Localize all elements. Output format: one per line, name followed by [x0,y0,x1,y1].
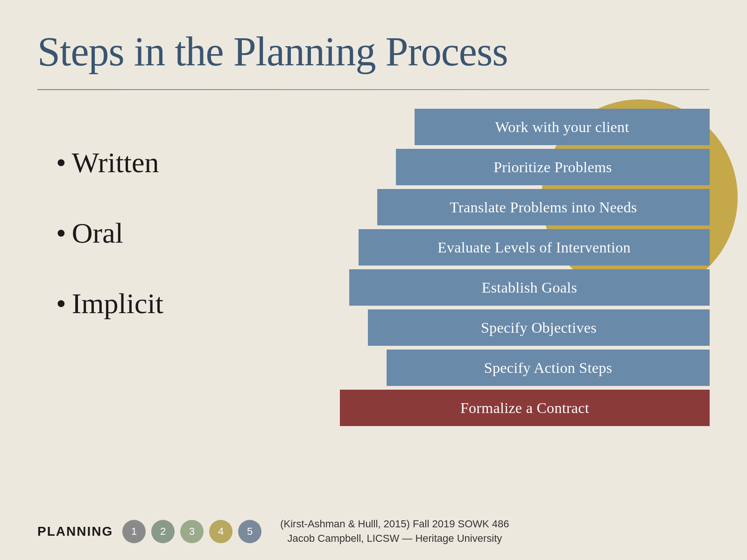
footer: PLANNING 1 2 3 4 5 (Kirst-Ashman & Hulll… [37,517,710,546]
dot-2[interactable]: 2 [151,520,175,543]
dot-4[interactable]: 4 [209,520,233,543]
dot-5[interactable]: 5 [238,520,261,543]
step-formalize-contract: Formalize a Contract [340,390,710,426]
step-prioritize-problems: Prioritize Problems [396,149,710,185]
bullet-implicit: Implicit [56,287,340,320]
step-evaluate-levels: Evaluate Levels of Intervention [359,229,710,266]
main-content: Written Oral Implicit Work with your cli… [37,109,710,473]
step-specify-action-steps: Specify Action Steps [387,350,710,386]
divider [37,89,710,90]
step-establish-goals: Establish Goals [349,269,710,306]
right-panel: Work with your client Prioritize Problem… [340,109,710,473]
step-specify-objectives: Specify Objectives [368,309,710,346]
page-dots: 1 2 3 4 5 [122,520,261,543]
dot-1[interactable]: 1 [122,520,146,543]
slide: Steps in the Planning Process Written Or… [0,0,747,560]
footer-citation: (Kirst-Ashman & Hulll, 2015) Fall 2019 S… [280,517,509,546]
slide-title: Steps in the Planning Process [37,28,710,75]
steps-container: Work with your client Prioritize Problem… [340,109,710,473]
bullet-written: Written [56,146,340,179]
step-work-with-client: Work with your client [415,109,710,145]
bullet-oral: Oral [56,217,340,250]
left-panel: Written Oral Implicit [37,109,340,473]
dot-3[interactable]: 3 [180,520,204,543]
step-translate-problems: Translate Problems into Needs [377,189,710,225]
footer-label: PLANNING [37,524,113,539]
